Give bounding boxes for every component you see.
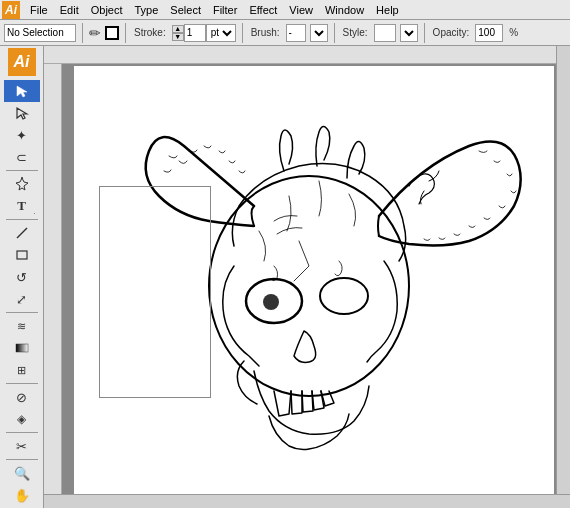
toolbar: ✏ Stroke: ▲ ▼ pt px mm Brush: - Style: O…	[0, 20, 570, 46]
left-toolbar: Ai ✦ ⊂ T . ↺ ⤢	[0, 46, 44, 508]
stroke-down-btn[interactable]: ▼	[172, 33, 184, 41]
opacity-value-input[interactable]	[475, 24, 503, 42]
brush-value-input[interactable]	[286, 24, 306, 42]
eyedropper-tool-btn[interactable]: ⊘	[4, 386, 40, 408]
horizontal-ruler	[44, 46, 556, 64]
svg-point-4	[209, 176, 409, 396]
horizontal-scrollbar[interactable]	[44, 494, 570, 508]
stroke-value-input[interactable]	[184, 24, 206, 42]
vertical-scrollbar[interactable]	[556, 46, 570, 494]
stroke-unit-select[interactable]: pt px mm	[206, 24, 236, 42]
svg-point-7	[320, 278, 368, 314]
stroke-color-box	[105, 26, 119, 40]
menu-object[interactable]: Object	[85, 3, 129, 17]
paint-bucket-tool-btn[interactable]: ◈	[4, 408, 40, 430]
mesh-tool-btn[interactable]: ⊞	[4, 359, 40, 381]
pen-tool-btn[interactable]	[4, 173, 40, 195]
rect-tool-btn[interactable]	[4, 244, 40, 266]
menu-help[interactable]: Help	[370, 3, 405, 17]
direct-selection-tool-btn[interactable]	[4, 102, 40, 124]
rotate-tool-btn[interactable]: ↺	[4, 266, 40, 288]
menu-bar: Ai File Edit Object Type Select Filter E…	[0, 0, 570, 20]
menu-edit[interactable]: Edit	[54, 3, 85, 17]
selection-rectangle	[99, 186, 211, 398]
svg-point-6	[263, 294, 279, 310]
gradient-tool-btn[interactable]	[4, 337, 40, 359]
selection-field[interactable]	[4, 24, 76, 42]
brush-label: Brush:	[249, 27, 282, 38]
scale-tool-btn[interactable]: ⤢	[4, 288, 40, 310]
line-tool-btn[interactable]	[4, 222, 40, 244]
style-value-input[interactable]	[374, 24, 396, 42]
app-icon: Ai	[2, 1, 20, 19]
svg-line-1	[17, 228, 27, 238]
selection-tool-btn[interactable]	[4, 80, 40, 102]
canvas-area[interactable]	[44, 46, 570, 508]
magic-wand-tool-btn[interactable]: ✦	[4, 124, 40, 146]
opacity-label: Opacity:	[431, 27, 472, 38]
menu-view[interactable]: View	[283, 3, 319, 17]
stroke-up-btn[interactable]: ▲	[172, 25, 184, 33]
svg-rect-2	[17, 251, 27, 259]
main-area: Ai ✦ ⊂ T . ↺ ⤢	[0, 46, 570, 508]
hand-tool-btn[interactable]: ✋	[4, 484, 40, 506]
svg-rect-3	[16, 344, 28, 352]
style-label: Style:	[341, 27, 370, 38]
menu-effect[interactable]: Effect	[243, 3, 283, 17]
stroke-label: Stroke:	[132, 27, 168, 38]
type-tool-btn[interactable]: T .	[4, 195, 40, 217]
style-select[interactable]	[400, 24, 418, 42]
scissors-tool-btn[interactable]: ✂	[4, 435, 40, 457]
menu-file[interactable]: File	[24, 3, 54, 17]
menu-select[interactable]: Select	[164, 3, 207, 17]
ai-logo: Ai	[8, 48, 36, 76]
menu-filter[interactable]: Filter	[207, 3, 243, 17]
vertical-ruler	[44, 64, 62, 494]
opacity-unit: %	[507, 27, 520, 38]
brush-select[interactable]: -	[310, 24, 328, 42]
zoom-tool-btn[interactable]: 🔍	[4, 462, 40, 484]
menu-window[interactable]: Window	[319, 3, 370, 17]
brush-icon: ✏	[89, 25, 101, 41]
lasso-tool-btn[interactable]: ⊂	[4, 146, 40, 168]
blend-tool-btn[interactable]: ≋	[4, 315, 40, 337]
menu-type[interactable]: Type	[129, 3, 165, 17]
